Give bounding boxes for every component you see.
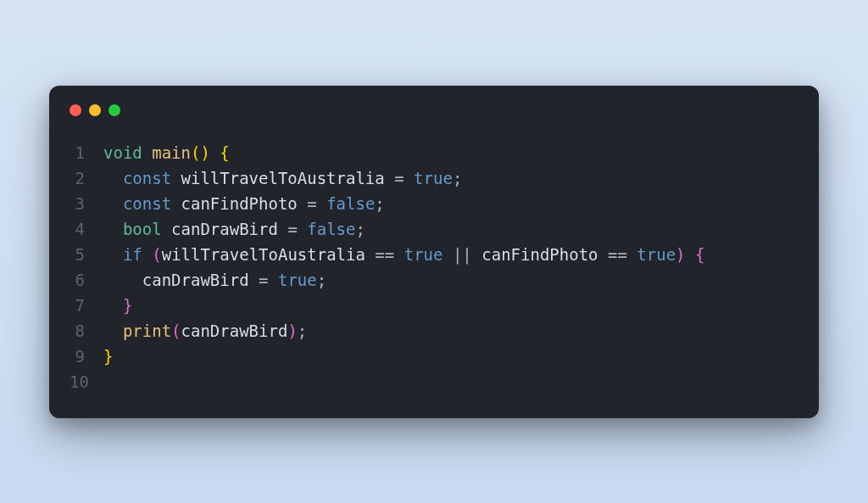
code-token: false: [326, 194, 375, 213]
code-content: const canFindPhoto = false;: [103, 191, 798, 216]
code-token: canFindPhoto: [171, 194, 307, 213]
code-token: ==: [375, 245, 394, 264]
code-token: =: [287, 220, 297, 238]
code-token: [142, 143, 152, 162]
maximize-icon[interactable]: [108, 104, 120, 116]
code-token: [317, 194, 326, 213]
code-token: [268, 271, 277, 289]
line-number: 2: [70, 165, 103, 191]
line-number: 7: [70, 293, 103, 318]
code-token: true: [637, 245, 676, 264]
code-token: (: [171, 321, 181, 340]
line-number: 8: [70, 318, 103, 344]
code-token: willTravelToAustralia: [162, 245, 376, 264]
code-token: }: [103, 347, 113, 366]
code-content: }: [103, 344, 798, 369]
code-line: 6 canDrawBird = true;: [70, 267, 798, 293]
code-token: =: [307, 194, 316, 213]
code-editor: 1void main() {2 const willTravelToAustra…: [49, 140, 819, 394]
code-token: canFindPhoto: [472, 245, 608, 264]
code-token: [142, 245, 152, 264]
code-token: [442, 245, 452, 264]
code-token: [103, 321, 123, 340]
code-token: [627, 245, 637, 264]
code-token: }: [123, 296, 132, 315]
line-number: 4: [70, 216, 103, 242]
code-content: void main() {: [103, 140, 798, 165]
code-token: [686, 245, 695, 264]
code-content: }: [103, 293, 798, 318]
code-token: {: [695, 245, 704, 264]
code-token: (): [191, 143, 210, 162]
line-number: 10: [70, 369, 103, 394]
code-token: ;: [375, 194, 384, 213]
code-token: [210, 143, 220, 162]
code-token: if: [123, 245, 142, 264]
code-token: print: [123, 321, 171, 340]
window-titlebar: [49, 104, 819, 140]
code-token: ): [676, 245, 685, 264]
code-token: ;: [298, 321, 307, 340]
code-token: ;: [317, 271, 326, 289]
code-window: 1void main() {2 const willTravelToAustra…: [49, 86, 819, 418]
code-token: [103, 169, 123, 187]
code-content: canDrawBird = true;: [103, 267, 798, 293]
code-line: 9}: [70, 344, 798, 369]
code-token: [103, 194, 123, 213]
code-token: const: [123, 169, 171, 187]
code-token: [103, 296, 123, 315]
code-line: 8 print(canDrawBird);: [70, 318, 798, 344]
code-content: const willTravelToAustralia = true;: [103, 165, 798, 191]
code-token: ;: [453, 169, 462, 187]
code-content: bool canDrawBird = false;: [103, 216, 798, 242]
code-token: true: [278, 271, 317, 289]
code-line: 10: [70, 369, 798, 394]
code-token: =: [259, 271, 268, 289]
code-token: void: [103, 143, 142, 162]
code-token: [103, 220, 123, 238]
code-line: 3 const canFindPhoto = false;: [70, 191, 798, 216]
code-token: willTravelToAustralia: [171, 169, 394, 187]
code-content: [103, 369, 798, 394]
code-line: 4 bool canDrawBird = false;: [70, 216, 798, 242]
code-token: ==: [608, 245, 627, 264]
minimize-icon[interactable]: [89, 104, 101, 116]
code-line: 1void main() {: [70, 140, 798, 165]
code-token: true: [414, 169, 453, 187]
code-token: [394, 245, 403, 264]
code-token: [103, 245, 123, 264]
code-token: const: [123, 194, 171, 213]
code-token: canDrawBird: [181, 321, 288, 340]
line-number: 3: [70, 191, 103, 216]
line-number: 1: [70, 140, 103, 165]
code-line: 7 }: [70, 293, 798, 318]
code-token: false: [307, 220, 355, 238]
line-number: 5: [70, 242, 103, 267]
code-content: if (willTravelToAustralia == true || can…: [103, 242, 798, 267]
code-token: main: [152, 143, 191, 162]
code-line: 2 const willTravelToAustralia = true;: [70, 165, 798, 191]
code-line: 5 if (willTravelToAustralia == true || c…: [70, 242, 798, 267]
code-token: true: [404, 245, 443, 264]
line-number: 9: [70, 344, 103, 369]
code-token: (: [152, 245, 161, 264]
close-icon[interactable]: [70, 104, 81, 116]
code-token: ): [287, 321, 297, 340]
code-token: =: [394, 169, 403, 187]
code-token: [404, 169, 414, 187]
code-content: print(canDrawBird);: [103, 318, 798, 344]
code-token: canDrawBird: [103, 271, 259, 289]
code-token: canDrawBird: [162, 220, 288, 238]
code-token: [298, 220, 307, 238]
code-token: {: [220, 143, 229, 162]
line-number: 6: [70, 267, 103, 293]
code-token: bool: [123, 220, 162, 238]
code-token: ;: [355, 220, 364, 238]
code-token: ||: [453, 245, 472, 264]
